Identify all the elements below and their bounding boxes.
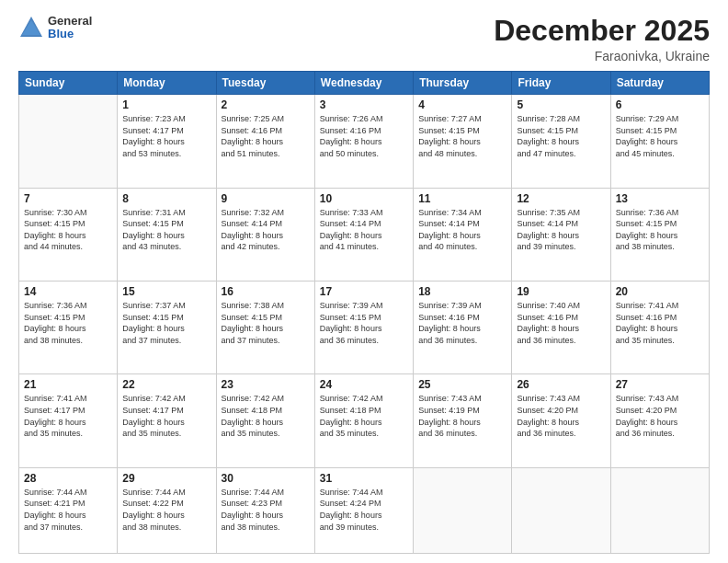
- calendar-cell: [19, 95, 118, 188]
- calendar-cell: 28Sunrise: 7:44 AMSunset: 4:21 PMDayligh…: [19, 467, 118, 553]
- logo-blue: Blue: [48, 28, 92, 40]
- header-friday: Friday: [512, 72, 610, 95]
- day-number: 30: [222, 472, 310, 485]
- calendar-week-3: 21Sunrise: 7:41 AMSunset: 4:17 PMDayligh…: [19, 374, 710, 467]
- day-info: Sunrise: 7:39 AMSunset: 4:16 PMDaylight:…: [418, 300, 506, 346]
- day-number: 22: [122, 378, 210, 391]
- location-subtitle: Faraonivka, Ukraine: [494, 49, 710, 63]
- day-info: Sunrise: 7:36 AMSunset: 4:15 PMDaylight:…: [24, 300, 112, 346]
- calendar-cell: 16Sunrise: 7:38 AMSunset: 4:15 PMDayligh…: [216, 281, 314, 373]
- header-thursday: Thursday: [414, 72, 512, 95]
- header-wednesday: Wednesday: [314, 72, 413, 95]
- day-number: 29: [122, 472, 210, 485]
- calendar-cell: 17Sunrise: 7:39 AMSunset: 4:15 PMDayligh…: [314, 281, 413, 373]
- day-number: 23: [222, 378, 310, 391]
- day-info: Sunrise: 7:39 AMSunset: 4:15 PMDaylight:…: [320, 300, 408, 346]
- day-number: 6: [616, 98, 704, 111]
- day-number: 5: [517, 98, 605, 111]
- calendar-cell: 4Sunrise: 7:27 AMSunset: 4:15 PMDaylight…: [414, 95, 512, 188]
- header-saturday: Saturday: [610, 72, 709, 95]
- calendar-cell: 30Sunrise: 7:44 AMSunset: 4:23 PMDayligh…: [216, 467, 314, 553]
- calendar-cell: 21Sunrise: 7:41 AMSunset: 4:17 PMDayligh…: [19, 374, 118, 467]
- day-number: 18: [418, 285, 506, 298]
- calendar-cell: 19Sunrise: 7:40 AMSunset: 4:16 PMDayligh…: [512, 281, 610, 373]
- day-info: Sunrise: 7:44 AMSunset: 4:24 PMDaylight:…: [320, 487, 408, 533]
- calendar-cell: 5Sunrise: 7:28 AMSunset: 4:15 PMDaylight…: [512, 95, 610, 188]
- day-info: Sunrise: 7:29 AMSunset: 4:15 PMDaylight:…: [616, 113, 704, 159]
- calendar-cell: 6Sunrise: 7:29 AMSunset: 4:15 PMDaylight…: [610, 95, 709, 188]
- calendar-cell: 12Sunrise: 7:35 AMSunset: 4:14 PMDayligh…: [512, 188, 610, 281]
- day-info: Sunrise: 7:35 AMSunset: 4:14 PMDaylight:…: [517, 207, 605, 253]
- day-info: Sunrise: 7:36 AMSunset: 4:15 PMDaylight:…: [616, 207, 704, 253]
- day-info: Sunrise: 7:42 AMSunset: 4:17 PMDaylight:…: [122, 393, 210, 439]
- day-info: Sunrise: 7:42 AMSunset: 4:18 PMDaylight:…: [320, 393, 408, 439]
- calendar-header-row: SundayMondayTuesdayWednesdayThursdayFrid…: [19, 72, 710, 95]
- day-info: Sunrise: 7:27 AMSunset: 4:15 PMDaylight:…: [418, 113, 506, 159]
- day-number: 24: [320, 378, 408, 391]
- day-number: 14: [24, 285, 112, 298]
- logo: General Blue: [18, 15, 92, 41]
- calendar-week-0: 1Sunrise: 7:23 AMSunset: 4:17 PMDaylight…: [19, 95, 710, 188]
- day-info: Sunrise: 7:42 AMSunset: 4:18 PMDaylight:…: [222, 393, 310, 439]
- day-info: Sunrise: 7:38 AMSunset: 4:15 PMDaylight:…: [222, 300, 310, 346]
- svg-marker-1: [22, 20, 40, 35]
- day-info: Sunrise: 7:37 AMSunset: 4:15 PMDaylight:…: [122, 300, 210, 346]
- calendar-table: SundayMondayTuesdayWednesdayThursdayFrid…: [18, 71, 710, 554]
- header-monday: Monday: [118, 72, 216, 95]
- day-number: 10: [320, 192, 408, 205]
- day-info: Sunrise: 7:26 AMSunset: 4:16 PMDaylight:…: [320, 113, 408, 159]
- day-info: Sunrise: 7:34 AMSunset: 4:14 PMDaylight:…: [418, 207, 506, 253]
- calendar-cell: 22Sunrise: 7:42 AMSunset: 4:17 PMDayligh…: [118, 374, 216, 467]
- day-number: 27: [616, 378, 704, 391]
- day-number: 25: [418, 378, 506, 391]
- logo-text: General Blue: [48, 15, 92, 41]
- month-title: December 2025: [494, 15, 710, 47]
- day-number: 2: [222, 98, 310, 111]
- day-info: Sunrise: 7:44 AMSunset: 4:21 PMDaylight:…: [24, 487, 112, 533]
- day-info: Sunrise: 7:43 AMSunset: 4:19 PMDaylight:…: [418, 393, 506, 439]
- day-info: Sunrise: 7:32 AMSunset: 4:14 PMDaylight:…: [222, 207, 310, 253]
- calendar-cell: 2Sunrise: 7:25 AMSunset: 4:16 PMDaylight…: [216, 95, 314, 188]
- calendar-cell: 11Sunrise: 7:34 AMSunset: 4:14 PMDayligh…: [414, 188, 512, 281]
- calendar-week-4: 28Sunrise: 7:44 AMSunset: 4:21 PMDayligh…: [19, 467, 710, 553]
- day-info: Sunrise: 7:28 AMSunset: 4:15 PMDaylight:…: [517, 113, 605, 159]
- day-number: 16: [222, 285, 310, 298]
- day-number: 9: [222, 192, 310, 205]
- day-number: 15: [122, 285, 210, 298]
- calendar-week-2: 14Sunrise: 7:36 AMSunset: 4:15 PMDayligh…: [19, 281, 710, 373]
- day-number: 7: [24, 192, 112, 205]
- logo-general: General: [48, 15, 92, 28]
- header-tuesday: Tuesday: [216, 72, 314, 95]
- calendar-cell: 3Sunrise: 7:26 AMSunset: 4:16 PMDaylight…: [314, 95, 413, 188]
- calendar-cell: [512, 467, 610, 553]
- calendar-cell: 31Sunrise: 7:44 AMSunset: 4:24 PMDayligh…: [314, 467, 413, 553]
- calendar-cell: 20Sunrise: 7:41 AMSunset: 4:16 PMDayligh…: [610, 281, 709, 373]
- calendar-cell: 7Sunrise: 7:30 AMSunset: 4:15 PMDaylight…: [19, 188, 118, 281]
- day-info: Sunrise: 7:43 AMSunset: 4:20 PMDaylight:…: [616, 393, 704, 439]
- calendar-cell: [610, 467, 709, 553]
- day-number: 8: [122, 192, 210, 205]
- calendar-cell: 25Sunrise: 7:43 AMSunset: 4:19 PMDayligh…: [414, 374, 512, 467]
- calendar-cell: 8Sunrise: 7:31 AMSunset: 4:15 PMDaylight…: [118, 188, 216, 281]
- day-number: 17: [320, 285, 408, 298]
- day-number: 13: [616, 192, 704, 205]
- calendar-cell: 24Sunrise: 7:42 AMSunset: 4:18 PMDayligh…: [314, 374, 413, 467]
- calendar-cell: [414, 467, 512, 553]
- day-number: 4: [418, 98, 506, 111]
- calendar-week-1: 7Sunrise: 7:30 AMSunset: 4:15 PMDaylight…: [19, 188, 710, 281]
- header: General Blue December 2025 Faraonivka, U…: [18, 15, 710, 63]
- day-number: 26: [517, 378, 605, 391]
- calendar-cell: 29Sunrise: 7:44 AMSunset: 4:22 PMDayligh…: [118, 467, 216, 553]
- calendar-cell: 26Sunrise: 7:43 AMSunset: 4:20 PMDayligh…: [512, 374, 610, 467]
- day-number: 19: [517, 285, 605, 298]
- day-info: Sunrise: 7:41 AMSunset: 4:16 PMDaylight:…: [616, 300, 704, 346]
- calendar-cell: 13Sunrise: 7:36 AMSunset: 4:15 PMDayligh…: [610, 188, 709, 281]
- day-info: Sunrise: 7:25 AMSunset: 4:16 PMDaylight:…: [222, 113, 310, 159]
- day-info: Sunrise: 7:44 AMSunset: 4:23 PMDaylight:…: [222, 487, 310, 533]
- day-number: 3: [320, 98, 408, 111]
- logo-icon: [18, 15, 44, 40]
- calendar-cell: 27Sunrise: 7:43 AMSunset: 4:20 PMDayligh…: [610, 374, 709, 467]
- day-number: 28: [24, 472, 112, 485]
- day-info: Sunrise: 7:30 AMSunset: 4:15 PMDaylight:…: [24, 207, 112, 253]
- day-number: 11: [418, 192, 506, 205]
